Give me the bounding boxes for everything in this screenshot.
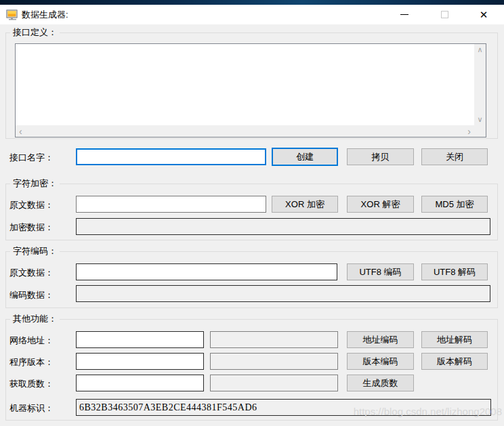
vertical-scrollbar[interactable]: ∧ ∨ [474, 44, 486, 125]
desktop-background [0, 0, 504, 5]
group-other-functions-title: 其他功能： [10, 313, 60, 324]
get-prime-output [210, 375, 338, 391]
csdn-watermark: https://blog.csdn.net/lizhong2008 [354, 406, 502, 417]
xor-decrypt-button[interactable]: XOR 解密 [347, 196, 414, 213]
group-interface-definition-title: 接口定义： [10, 26, 60, 38]
interface-definition-textarea[interactable]: ∧ ∨ ‹ › [15, 43, 486, 137]
network-address-label: 网络地址： [9, 335, 54, 347]
interface-name-label: 接口名字： [9, 152, 54, 164]
scroll-up-icon[interactable]: ∧ [477, 46, 482, 54]
utf8-decode-button[interactable]: UTF8 解码 [421, 263, 488, 280]
program-version-input[interactable] [76, 353, 204, 370]
scroll-down-icon[interactable]: ∨ [477, 116, 482, 123]
version-encode-button[interactable]: 版本编码 [347, 353, 414, 370]
textarea-content[interactable] [16, 44, 474, 125]
computer-icon [6, 9, 18, 21]
encode-result-field [76, 285, 490, 302]
window-title: 数据生成器: [22, 5, 68, 24]
minimize-icon [400, 14, 408, 15]
maximize-button [434, 5, 455, 24]
encrypt-result-label: 加密数据： [9, 221, 54, 234]
scroll-right-icon[interactable]: › [467, 127, 471, 135]
xor-encrypt-button[interactable]: XOR 加密 [272, 196, 338, 213]
utf8-encode-button[interactable]: UTF8 编码 [347, 263, 414, 280]
machine-id-label: 机器标识： [9, 402, 54, 414]
title-bar: 数据生成器: ✕ [0, 5, 504, 24]
group-char-encrypt-title: 字符加密： [10, 177, 60, 189]
encode-source-label: 原文数据： [9, 267, 54, 279]
md5-encrypt-button[interactable]: MD5 加密 [421, 196, 488, 213]
version-decode-button[interactable]: 版本解码 [421, 353, 488, 370]
address-decode-button[interactable]: 地址解码 [421, 331, 488, 348]
get-prime-label: 获取质数： [9, 378, 54, 390]
program-version-output [210, 353, 338, 370]
close-window-button[interactable]: 关闭 [421, 148, 488, 165]
copy-button[interactable]: 拷贝 [347, 148, 414, 165]
network-address-output [210, 331, 338, 348]
close-icon: ✕ [480, 9, 488, 21]
app-window: 数据生成器: ✕ 接口定义： ∧ ∨ ‹ › 接口名字： 创建 拷贝 关闭 字符… [0, 0, 504, 426]
group-char-encode-title: 字符编码： [10, 245, 60, 257]
encrypt-source-label: 原文数据： [9, 199, 54, 211]
address-encode-button[interactable]: 地址编码 [347, 331, 414, 348]
network-address-input[interactable] [76, 331, 204, 348]
encrypt-source-input[interactable] [76, 196, 266, 213]
get-prime-input[interactable] [76, 375, 204, 391]
encrypt-result-field [76, 218, 490, 235]
scroll-left-icon[interactable]: ‹ [19, 127, 22, 135]
close-button[interactable]: ✕ [472, 5, 495, 24]
horizontal-scrollbar[interactable]: ‹ › [16, 125, 474, 137]
encode-source-input[interactable] [76, 263, 337, 280]
maximize-icon [441, 11, 448, 18]
minimize-button[interactable] [394, 5, 415, 24]
encode-result-label: 编码数据： [9, 289, 54, 301]
program-version-label: 程序版本： [9, 356, 54, 368]
create-button[interactable]: 创建 [272, 148, 338, 166]
generate-prime-button[interactable]: 生成质数 [347, 375, 414, 391]
interface-name-input[interactable] [76, 148, 266, 165]
